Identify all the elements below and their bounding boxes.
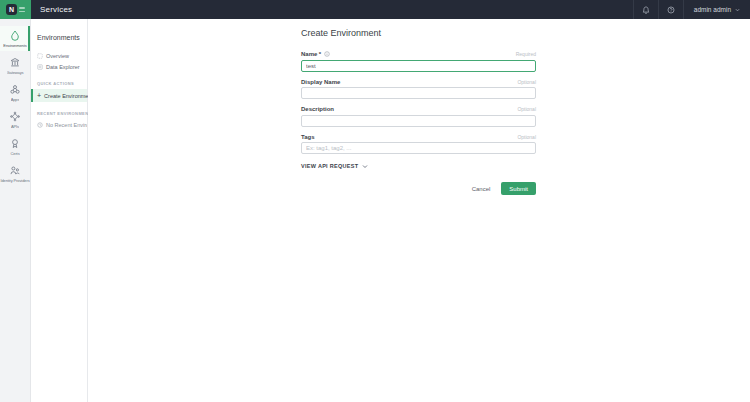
- submit-button[interactable]: Submit: [501, 182, 536, 195]
- bank-icon: [10, 57, 20, 68]
- certificate-icon: [10, 138, 20, 149]
- nutanix-logo-icon: N: [6, 4, 17, 15]
- rail-item-identity-providers[interactable]: Identity Providers: [0, 161, 30, 186]
- rail-item-label: APIs: [11, 124, 19, 129]
- rail-item-label: Gateways: [7, 70, 24, 75]
- rail-item-label: Certs: [10, 151, 19, 156]
- chevron-down-icon: [362, 164, 368, 169]
- people-icon: [10, 165, 20, 176]
- name-label: Name: [301, 51, 317, 57]
- cluster-icon: [10, 84, 20, 95]
- display-name-field-group: Display Name Optional: [301, 79, 536, 100]
- overview-icon: [37, 53, 43, 59]
- create-environment-form: Create Environment Name * Required: [301, 19, 536, 195]
- rail-item-gateways[interactable]: Gateways: [0, 53, 30, 78]
- nav-rail: Environments Gateways Apps APIs Certs Id…: [0, 19, 31, 402]
- topbar: N Services admin admin: [0, 0, 750, 19]
- view-api-request-toggle[interactable]: VIEW API REQUEST: [301, 163, 536, 169]
- optional-badge: Optional: [517, 79, 536, 85]
- required-badge: Required: [516, 51, 536, 57]
- page-title: Create Environment: [301, 28, 536, 38]
- menu-lines-icon: [19, 7, 25, 12]
- recent-environments-empty: No Recent Environm...: [31, 119, 87, 130]
- cancel-button[interactable]: Cancel: [467, 183, 496, 195]
- body-row: Environments Gateways Apps APIs Certs Id…: [0, 19, 750, 402]
- description-field-group: Description Optional: [301, 106, 536, 127]
- chevron-down-icon: [735, 8, 740, 12]
- rail-item-label: Environments: [3, 43, 26, 48]
- recent-empty-label: No Recent Environm...: [46, 122, 87, 128]
- help-icon: [667, 6, 675, 14]
- rail-item-label: Apps: [11, 97, 20, 102]
- form-footer: Cancel Submit: [301, 182, 536, 195]
- info-icon[interactable]: [324, 51, 330, 57]
- sidebar-item-overview[interactable]: Overview: [31, 50, 87, 61]
- clock-icon: [37, 122, 43, 128]
- optional-badge: Optional: [517, 134, 536, 140]
- optional-badge: Optional: [517, 106, 536, 112]
- name-input[interactable]: [301, 60, 536, 72]
- topbar-actions: admin admin: [633, 0, 750, 19]
- rail-item-environments[interactable]: Environments: [0, 26, 30, 51]
- tags-label: Tags: [301, 134, 315, 140]
- rail-item-label: Identity Providers: [0, 178, 29, 183]
- app-window: N Services admin admin Environment: [0, 0, 750, 402]
- required-asterisk: *: [319, 51, 321, 57]
- rail-item-certs[interactable]: Certs: [0, 134, 30, 159]
- app-logo[interactable]: N: [0, 0, 31, 19]
- notifications-button[interactable]: [634, 0, 658, 19]
- user-menu-label: admin admin: [694, 6, 731, 13]
- description-label: Description: [301, 106, 334, 112]
- droplet-icon: [10, 30, 20, 41]
- environments-sidebar: Environments Overview Data Explorer QUIC…: [31, 19, 88, 402]
- plus-icon: +: [37, 92, 41, 99]
- name-field-group: Name * Required: [301, 51, 536, 72]
- user-menu[interactable]: admin admin: [684, 0, 750, 19]
- sidebar-item-create-environment[interactable]: + Create Environment: [31, 89, 87, 102]
- help-button[interactable]: [659, 0, 683, 19]
- app-title: Services: [40, 5, 72, 14]
- data-explorer-icon: [37, 64, 43, 70]
- sidebar-item-label: Data Explorer: [46, 64, 80, 70]
- quick-actions-header: QUICK ACTIONS: [31, 81, 87, 86]
- bell-icon: [642, 6, 650, 14]
- tags-input[interactable]: [301, 142, 536, 154]
- sidebar-item-label: Create Environment: [44, 93, 93, 99]
- sidebar-item-label: Overview: [46, 53, 69, 59]
- tags-field-group: Tags Optional: [301, 134, 536, 155]
- view-api-request-label: VIEW API REQUEST: [301, 163, 358, 169]
- display-name-input[interactable]: [301, 87, 536, 99]
- display-name-label: Display Name: [301, 79, 340, 85]
- rail-item-apps[interactable]: Apps: [0, 80, 30, 105]
- main-content: Create Environment Name * Required: [88, 19, 750, 402]
- recent-environments-header: RECENT ENVIRONMENTS: [31, 111, 87, 116]
- description-input[interactable]: [301, 115, 536, 127]
- sidebar-title: Environments: [31, 34, 87, 41]
- sidebar-item-data-explorer[interactable]: Data Explorer: [31, 61, 87, 72]
- rail-item-apis[interactable]: APIs: [0, 107, 30, 132]
- compass-icon: [10, 111, 20, 122]
